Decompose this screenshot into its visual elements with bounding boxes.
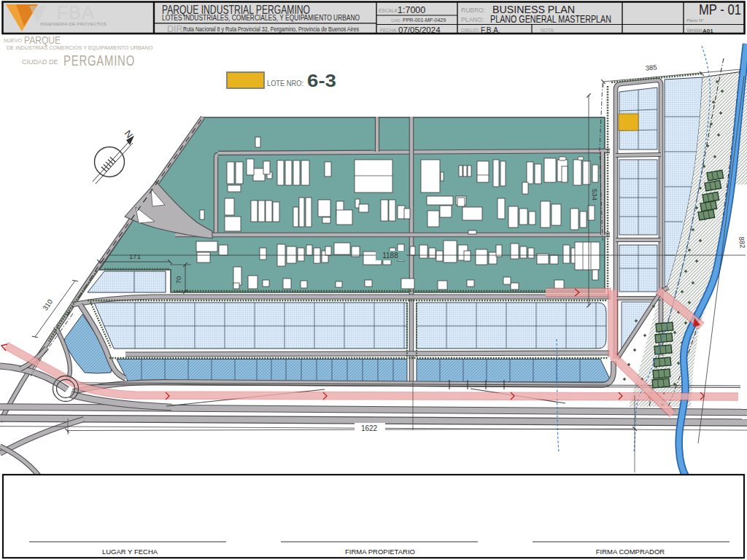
svg-text:FECHA:: FECHA: <box>380 28 398 33</box>
svg-text:171: 171 <box>129 252 141 260</box>
svg-text:1:7000: 1:7000 <box>398 5 425 15</box>
svg-text:Version: Version <box>686 28 703 33</box>
svg-text:1622: 1622 <box>361 424 378 432</box>
svg-text:NOTA:: NOTA: <box>541 28 555 33</box>
svg-text:PPR-001-MP-0429: PPR-001-MP-0429 <box>403 18 446 23</box>
svg-text:LOTE NRO:: LOTE NRO: <box>267 79 303 88</box>
svg-text:LUGAR Y FECHA: LUGAR Y FECHA <box>102 548 158 556</box>
svg-text:Ruta Nacional 8 y Ruta Provinc: Ruta Nacional 8 y Ruta Provincial 32, Pe… <box>183 25 359 33</box>
svg-text:RUBRO:: RUBRO: <box>461 7 485 14</box>
svg-text:NUEVO: NUEVO <box>4 38 22 43</box>
svg-text:07/05/2024: 07/05/2024 <box>398 26 441 34</box>
svg-text:DE INDUSTRIAS COMERCIOS Y EQUI: DE INDUSTRIAS COMERCIOS Y EQUIPAMIENTO U… <box>7 44 153 51</box>
svg-text:PLANO:: PLANO: <box>461 16 484 23</box>
svg-text:FBA: FBA <box>57 2 95 23</box>
svg-text:F.B.A.: F.B.A. <box>481 26 500 34</box>
svg-text:ESCALA:: ESCALA: <box>379 8 399 13</box>
svg-text:70: 70 <box>174 276 182 284</box>
svg-text:CAD:: CAD: <box>391 18 402 23</box>
svg-text:FIRMA COMPRADOR: FIRMA COMPRADOR <box>596 548 665 556</box>
svg-text:385: 385 <box>645 63 657 71</box>
svg-text:MP - 01: MP - 01 <box>699 1 741 18</box>
svg-text:A01: A01 <box>703 28 713 34</box>
svg-text:INGENIERIA DE PROYECTOS: INGENIERIA DE PROYECTOS <box>40 22 107 26</box>
svg-text:PERGAMINO: PERGAMINO <box>63 52 135 69</box>
svg-text:LOTES INDUSTRIALES, COMERCIALE: LOTES INDUSTRIALES, COMERCIALES, Y EQUIP… <box>162 14 360 22</box>
svg-text:6-3: 6-3 <box>307 71 336 90</box>
svg-text:DIBUJO:: DIBUJO: <box>461 28 480 33</box>
svg-text:534: 534 <box>591 189 599 201</box>
svg-text:Plano N°: Plano N° <box>686 18 704 23</box>
svg-text:FIRMA PROPIETARIO: FIRMA PROPIETARIO <box>345 548 415 556</box>
svg-text:PLANO GENERAL MASTERPLAN: PLANO GENERAL MASTERPLAN <box>490 13 611 25</box>
svg-text:882: 882 <box>738 236 747 249</box>
svg-text:CIUDAD DE: CIUDAD DE <box>22 58 58 66</box>
svg-text:1188: 1188 <box>382 252 398 260</box>
